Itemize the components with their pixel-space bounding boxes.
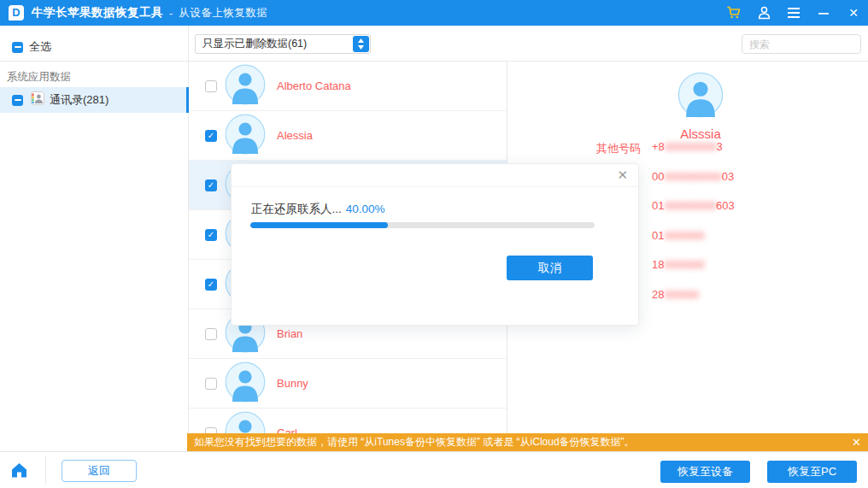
search-box (742, 34, 861, 54)
notification-message: 如果您没有找到想要的数据，请使用 “从iTunes备份中恢复数据” 或者是 “从… (187, 435, 845, 450)
recover-to-device-button[interactable]: 恢复至设备 (660, 461, 750, 483)
row-checkbox[interactable] (205, 80, 217, 92)
contacts-app-icon (31, 91, 44, 109)
detail-card: Alsssia (615, 72, 786, 141)
title-separator: - (169, 7, 173, 20)
app-window: D 牛学长苹果数据恢复工具 - 从设备上恢复数据 ✕ 全选 只显示已 (0, 0, 868, 488)
phone-masked-digits: 888888888 (665, 140, 717, 153)
cancel-button[interactable]: 取消 (507, 256, 593, 280)
other-numbers-label: 其他号码 (596, 141, 641, 156)
phone-prefix: +8 (652, 140, 665, 153)
contact-name: Alessia (277, 129, 313, 142)
phone-number: 188888888 (652, 258, 735, 271)
account-icon[interactable] (756, 5, 771, 21)
back-button[interactable]: 返回 (62, 460, 137, 482)
contact-avatar-icon (225, 64, 266, 109)
progress-label: 正在还原联系人...40.00% (251, 202, 385, 217)
phone-masked-digits: 8888888 (664, 258, 704, 271)
contact-name: Brian (277, 327, 302, 340)
home-icon[interactable] (11, 462, 27, 478)
detail-contact-name: Alsssia (615, 126, 786, 141)
filter-dropdown[interactable]: 只显示已删除数据(61) (195, 34, 371, 54)
progress-text: 正在还原联系人... (251, 203, 342, 215)
sidebar-section-label: 系统应用数据 (7, 70, 71, 85)
phone-number: 01888888888603 (652, 199, 735, 212)
select-all-checkbox[interactable] (12, 42, 23, 53)
contact-row[interactable]: Alberto Catana (189, 62, 507, 111)
footer-bar: 返回 恢复至设备 恢复至PC (0, 451, 868, 488)
phone-masked-digits: 8888888888 (664, 170, 721, 183)
app-logo-icon: D (9, 5, 24, 21)
app-title: 牛学长苹果数据恢复工具 (32, 5, 163, 21)
restore-progress-dialog: ✕ 正在还原联系人...40.00% 取消 (231, 163, 639, 326)
recover-to-pc-button[interactable]: 恢复至PC (767, 461, 857, 483)
phone-number: 28888888 (652, 288, 735, 301)
progress-bar (250, 222, 595, 228)
contact-avatar-icon (225, 362, 266, 406)
cart-icon[interactable] (726, 5, 742, 21)
progress-percent: 40.00% (346, 203, 385, 215)
dialog-header: ✕ (232, 164, 638, 187)
notification-bar: 如果您没有找到想要的数据，请使用 “从iTunes备份中恢复数据” 或者是 “从… (187, 433, 868, 451)
phone-prefix: 00 (652, 170, 664, 183)
select-all: 全选 (12, 39, 51, 55)
contact-avatar-icon (225, 114, 266, 158)
row-checkbox[interactable] (205, 130, 217, 142)
phone-number: 018888888 (652, 229, 735, 242)
sidebar-item-label: 通讯录(281) (50, 92, 108, 108)
row-checkbox[interactable] (205, 378, 217, 390)
phone-prefix: 28 (652, 288, 664, 301)
contact-name: Bunny (277, 377, 308, 390)
detail-avatar-icon (677, 106, 724, 121)
contact-row[interactable]: Bunny (189, 359, 507, 409)
phone-suffix: 3 (716, 140, 722, 153)
phone-masked-digits: 8888888 (664, 229, 704, 242)
search-input[interactable] (742, 38, 868, 50)
minimize-icon[interactable] (816, 5, 831, 21)
contact-row[interactable]: Alessia (189, 111, 507, 161)
close-icon[interactable]: ✕ (846, 5, 861, 21)
phone-prefix: 01 (652, 229, 664, 242)
phone-suffix: 03 (722, 170, 734, 183)
notification-close-icon[interactable]: ✕ (845, 436, 868, 449)
window-controls: ✕ (726, 0, 861, 26)
row-checkbox[interactable] (205, 328, 217, 340)
select-all-label: 全选 (29, 39, 51, 55)
contacts-checkbox[interactable] (12, 95, 23, 106)
row-checkbox[interactable] (205, 229, 217, 241)
titlebar: D 牛学长苹果数据恢复工具 - 从设备上恢复数据 ✕ (0, 0, 868, 26)
phone-suffix: 603 (716, 199, 735, 212)
phone-number: +88888888883 (652, 140, 735, 153)
phone-prefix: 01 (652, 199, 664, 212)
phone-number: 00888888888803 (652, 170, 735, 183)
contact-name: Alberto Catana (277, 79, 351, 92)
phone-number-list: +888888888830088888888880301888888888603… (652, 140, 735, 317)
sidebar-item-contacts[interactable]: 通讯录(281) (0, 87, 188, 113)
row-checkbox[interactable] (205, 279, 217, 291)
phone-prefix: 18 (652, 258, 664, 271)
phone-masked-digits: 888888 (664, 288, 698, 301)
row-checkbox[interactable] (205, 179, 217, 191)
dropdown-chevrons-icon[interactable] (353, 36, 369, 52)
filter-dropdown-value: 只显示已删除数据(61) (196, 37, 353, 51)
phone-masked-digits: 888888888 (664, 199, 716, 212)
page-title: 从设备上恢复数据 (179, 6, 267, 21)
footer-divider (45, 456, 46, 485)
dialog-close-icon[interactable]: ✕ (617, 168, 628, 183)
progress-fill (250, 222, 388, 228)
menu-icon[interactable] (786, 5, 801, 21)
